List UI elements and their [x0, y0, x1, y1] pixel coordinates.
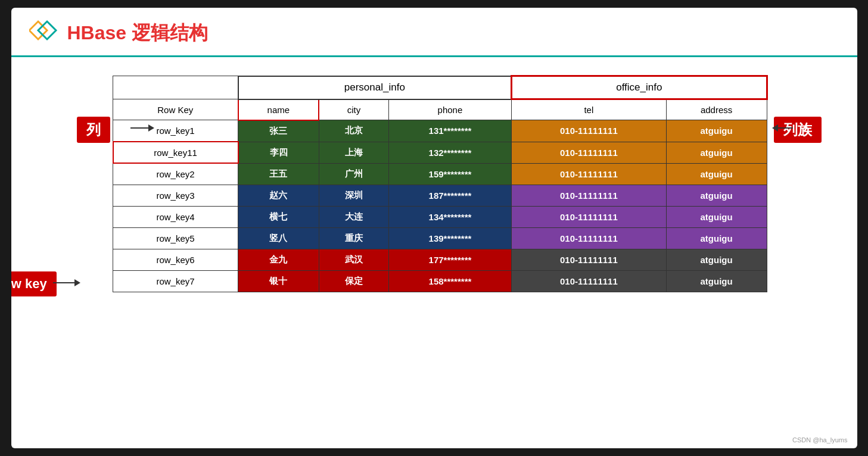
name-cell: 张三 [238, 120, 319, 142]
address-cell: atguigu [666, 163, 767, 185]
city-cell: 重庆 [319, 227, 388, 249]
address-cell: atguigu [666, 227, 767, 249]
name-cell: 银十 [238, 270, 319, 292]
phone-cell: 177******** [388, 249, 511, 270]
row-key-cell: row_key6 [113, 249, 238, 270]
phone-cell: 158******** [388, 270, 511, 292]
table-row: row_key11 李四 上海 132******** 010-11111111… [113, 142, 767, 163]
city-cell: 广州 [319, 163, 388, 185]
table-row: row_key6 金九 武汉 177******** 010-11111111 … [113, 249, 767, 270]
phone-cell: 187******** [388, 185, 511, 206]
address-cell: atguigu [666, 249, 767, 270]
tel-cell: 010-11111111 [512, 163, 667, 185]
table-row: row_key7 银十 保定 158******** 010-11111111 … [113, 270, 767, 292]
row-key-cell: row_key7 [113, 270, 238, 292]
address-cell: atguigu [666, 206, 767, 227]
name-cell: 竖八 [238, 227, 319, 249]
address-cell: atguigu [666, 120, 767, 142]
phone-cell: 139******** [388, 227, 511, 249]
logo-icon [29, 18, 59, 48]
address-header: address [666, 99, 767, 120]
tel-cell: 010-11111111 [512, 227, 667, 249]
table-row: row_key3 赵六 深圳 187******** 010-11111111 … [113, 185, 767, 206]
table-row: row_key2 王五 广州 159******** 010-11111111 … [113, 163, 767, 185]
phone-cell: 159******** [388, 163, 511, 185]
tel-cell: 010-11111111 [512, 120, 667, 142]
office-info-group: office_info [512, 76, 767, 99]
address-cell: atguigu [666, 142, 767, 163]
name-cell: 王五 [238, 163, 319, 185]
row-key-cell: row_key11 [113, 142, 238, 163]
tel-cell: 010-11111111 [512, 249, 667, 270]
phone-cell: 134******** [388, 206, 511, 227]
name-header: name [238, 99, 319, 120]
empty-corner [113, 76, 238, 99]
table-row: row_key1 张三 北京 131******** 010-11111111 … [113, 120, 767, 142]
column-group-row: personal_info office_info [113, 76, 767, 99]
phone-cell: 131******** [388, 120, 511, 142]
tel-cell: 010-11111111 [512, 206, 667, 227]
city-cell: 武汉 [319, 249, 388, 270]
column-header-row: Row Key name city phone tel address [113, 99, 767, 120]
personal-info-group: personal_info [238, 76, 512, 99]
lie-zu-arrow [772, 124, 793, 132]
row-key-cell: row_key3 [113, 185, 238, 206]
city-header: city [319, 99, 388, 120]
city-cell: 北京 [319, 120, 388, 142]
name-cell: 李四 [238, 142, 319, 163]
watermark: CSDN @ha_lyums [792, 436, 847, 443]
lie-label: 列 [77, 117, 110, 143]
city-cell: 深圳 [319, 185, 388, 206]
slide: HBase 逻辑结构 列 列族 Row key [11, 8, 857, 448]
name-cell: 金九 [238, 249, 319, 270]
row-key-cell: row_key4 [113, 206, 238, 227]
content-area: 列 列族 Row key [11, 57, 857, 304]
name-cell: 横七 [238, 206, 319, 227]
phone-cell: 132******** [388, 142, 511, 163]
header: HBase 逻辑结构 [11, 8, 857, 57]
name-cell: 赵六 [238, 185, 319, 206]
table-row: row_key5 竖八 重庆 139******** 010-11111111 … [113, 227, 767, 249]
row-key-cell: row_key2 [113, 163, 238, 185]
rowkey-header: Row Key [113, 99, 238, 120]
table-row: row_key4 横七 大连 134******** 010-11111111 … [113, 206, 767, 227]
hbase-table: personal_info office_info Row Key name c… [113, 75, 768, 292]
city-cell: 大连 [319, 206, 388, 227]
address-cell: atguigu [666, 185, 767, 206]
row-key-arrow [53, 279, 80, 286]
page-title: HBase 逻辑结构 [67, 20, 209, 46]
city-cell: 上海 [319, 142, 388, 163]
tel-cell: 010-11111111 [512, 185, 667, 206]
address-cell: atguigu [666, 270, 767, 292]
city-cell: 保定 [319, 270, 388, 292]
row-key-label: Row key [11, 271, 57, 296]
tel-header: tel [512, 99, 667, 120]
tel-cell: 010-11111111 [512, 270, 667, 292]
table-wrapper: 列 列族 Row key [113, 75, 768, 292]
lie-arrow [130, 124, 154, 132]
row-key-cell: row_key5 [113, 227, 238, 249]
tel-cell: 010-11111111 [512, 142, 667, 163]
phone-header: phone [388, 99, 511, 120]
